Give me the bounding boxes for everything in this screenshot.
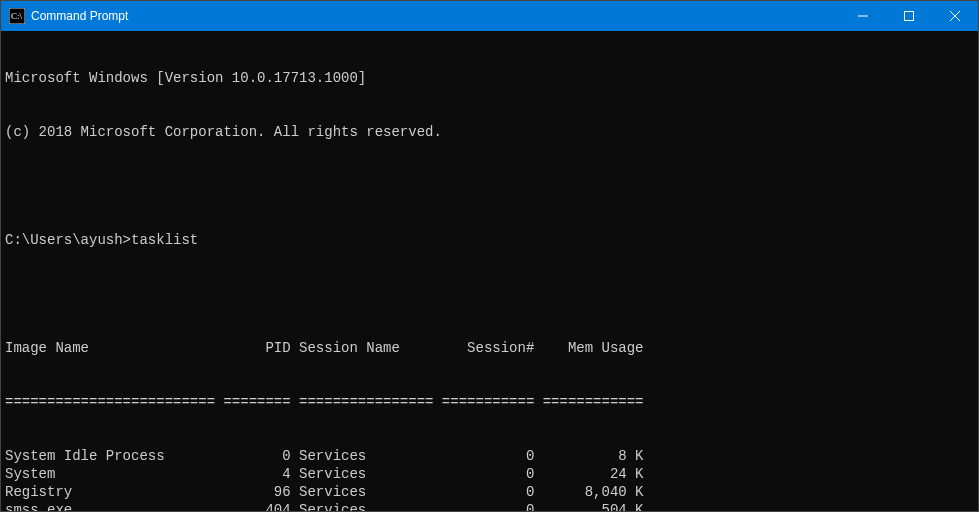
svg-text:C:\: C:\ — [11, 11, 23, 21]
minimize-icon — [858, 11, 868, 21]
blank-line — [5, 177, 974, 195]
process-list: System Idle Process 0 Services 0 8 KSyst… — [5, 447, 974, 511]
close-button[interactable] — [932, 1, 978, 31]
table-row: System Idle Process 0 Services 0 8 K — [5, 447, 974, 465]
prompt-path: C:\Users\ayush> — [5, 232, 131, 248]
copyright-line: (c) 2018 Microsoft Corporation. All righ… — [5, 123, 974, 141]
prompt-line: C:\Users\ayush>tasklist — [5, 231, 974, 249]
titlebar[interactable]: C:\ Command Prompt — [1, 1, 978, 31]
table-row: System 4 Services 0 24 K — [5, 465, 974, 483]
window-controls — [840, 1, 978, 31]
svg-rect-2 — [905, 12, 914, 21]
maximize-button[interactable] — [886, 1, 932, 31]
maximize-icon — [904, 11, 914, 21]
command-prompt-window: C:\ Command Prompt Microsoft Windows [Ve… — [0, 0, 979, 512]
table-separator: ========================= ======== =====… — [5, 393, 974, 411]
app-icon: C:\ — [9, 8, 25, 24]
terminal-output[interactable]: Microsoft Windows [Version 10.0.17713.10… — [1, 31, 978, 511]
minimize-button[interactable] — [840, 1, 886, 31]
window-title: Command Prompt — [31, 9, 840, 23]
blank-line — [5, 285, 974, 303]
table-header: Image Name PID Session Name Session# Mem… — [5, 339, 974, 357]
table-row: Registry 96 Services 0 8,040 K — [5, 483, 974, 501]
version-line: Microsoft Windows [Version 10.0.17713.10… — [5, 69, 974, 87]
prompt-command: tasklist — [131, 232, 198, 248]
close-icon — [950, 11, 960, 21]
table-row: smss.exe 404 Services 0 504 K — [5, 501, 974, 511]
